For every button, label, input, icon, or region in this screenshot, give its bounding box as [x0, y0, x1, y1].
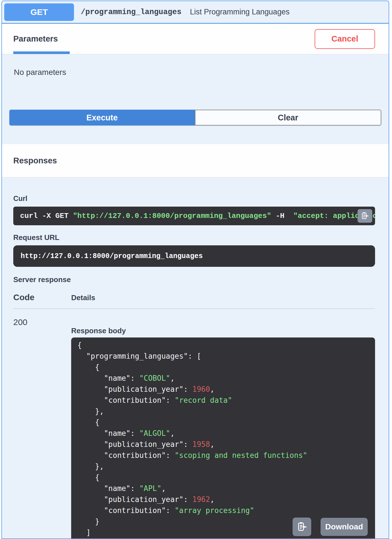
- curl-command-text: curl -X GET "http://127.0.0.1:8000/progr…: [20, 212, 375, 220]
- endpoint-path: /programming_languages: [81, 8, 181, 16]
- active-tab-indicator: [13, 51, 70, 54]
- response-body-json: { "programming_languages": [ { "name": "…: [71, 337, 375, 539]
- table-divider: [13, 308, 375, 309]
- clipboard-copy-icon: [297, 521, 307, 533]
- execute-clear-group: Execute Clear: [9, 110, 381, 125]
- responses-title: Responses: [13, 156, 57, 165]
- response-table-header: Code Details: [13, 293, 375, 302]
- download-button[interactable]: Download: [321, 518, 368, 536]
- tab-parameters[interactable]: Parameters: [13, 34, 58, 44]
- curl-label: Curl: [13, 177, 375, 203]
- execute-button[interactable]: Execute: [9, 110, 195, 125]
- endpoint-summary: List Programming Languages: [190, 8, 289, 16]
- cancel-button[interactable]: Cancel: [315, 29, 375, 49]
- get-operation-block: GET /programming_languages List Programm…: [1, 1, 389, 539]
- parameters-section-header: Parameters Cancel: [2, 24, 389, 54]
- http-method-badge: GET: [4, 3, 74, 21]
- response-body-actions: Download: [293, 518, 368, 536]
- responses-section-header: Responses: [2, 144, 389, 177]
- clipboard-copy-icon: [361, 211, 369, 221]
- code-column-header: Code: [13, 293, 71, 302]
- response-details-cell: Response body { "programming_languages":…: [71, 311, 375, 539]
- details-column-header: Details: [71, 293, 95, 302]
- no-parameters-text: No parameters: [2, 54, 389, 77]
- server-response-label: Server response: [13, 275, 375, 284]
- request-url-label: Request URL: [13, 233, 375, 242]
- clear-button[interactable]: Clear: [195, 110, 382, 125]
- responses-body: Curl curl -X GET "http://127.0.0.1:8000/…: [2, 177, 389, 539]
- status-code: 200: [13, 311, 71, 539]
- swagger-operation-page: GET /programming_languages List Programm…: [0, 0, 392, 539]
- operation-summary-header[interactable]: GET /programming_languages List Programm…: [2, 1, 389, 24]
- copy-to-clipboard-button[interactable]: [293, 518, 311, 536]
- parameters-body: No parameters Execute Clear: [2, 54, 389, 144]
- copy-to-clipboard-button[interactable]: [358, 209, 372, 223]
- request-url-text: http://127.0.0.1:8000/programming_langua…: [21, 252, 203, 260]
- request-url-bar: http://127.0.0.1:8000/programming_langua…: [13, 245, 375, 267]
- response-body-panel: { "programming_languages": [ { "name": "…: [71, 337, 375, 539]
- response-body-label: Response body: [71, 311, 375, 335]
- curl-command-bar: curl -X GET "http://127.0.0.1:8000/progr…: [13, 207, 375, 225]
- response-row-200: 200 Response body { "programming_languag…: [13, 311, 375, 539]
